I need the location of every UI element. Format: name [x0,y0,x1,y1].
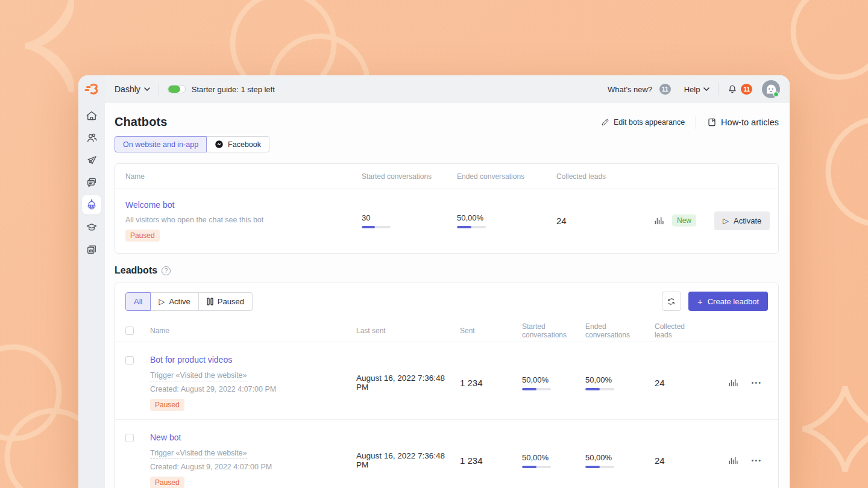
sent-value: 1 234 [454,378,516,388]
divider [718,83,719,95]
howto-articles-label: How-to articles [721,117,779,127]
filter-active-label: Active [169,297,190,306]
edit-bots-appearance-label: Edit bots appearance [614,118,685,127]
tab-facebook-label: Facebook [228,140,261,149]
create-leadbot-button[interactable]: + Create leadbot [688,292,768,311]
col-header-name: Name [125,172,362,181]
row-checkbox[interactable] [125,434,134,442]
filter-paused-label: Paused [218,297,244,306]
bot-name-link[interactable]: Welcome bot [125,200,174,210]
row-checkbox[interactable] [125,356,134,364]
tab-website-inapp[interactable]: On website and in-app [115,136,207,152]
page-title: Chatbots [115,115,167,129]
paper-plane-icon [86,154,98,166]
sent-value: 1 234 [454,455,516,466]
table-row: New bot Trigger «Visited the website» Cr… [115,419,778,488]
top-bar: Dashly Starter guide: 1 step left What's… [105,75,790,103]
sidebar-item-triggered-messages[interactable] [82,151,101,170]
whats-new-badge: 11 [659,84,671,95]
divider [696,116,696,129]
filter-all[interactable]: All [125,292,151,311]
sidebar-item-conversations[interactable] [82,173,101,192]
home-icon [86,110,98,122]
help-label: Help [684,85,700,94]
new-badge: New [672,214,696,227]
col-header-ended: Ended conversations [457,172,556,181]
col-header-ended: Ended conversations [579,322,649,339]
create-leadbot-label: Create leadbot [708,297,759,306]
activate-button[interactable]: ▷ Activate [714,211,770,230]
last-sent-value: August 16, 2022 7:36:48 PM [350,451,454,469]
bot-name-link[interactable]: New bot [150,433,181,442]
bot-description: All visitors who open the chat see this … [125,216,362,224]
leads-value: 24 [649,378,703,388]
sidebar-item-reports[interactable] [82,240,101,259]
status-badge: Paused [150,477,184,488]
started-progress [362,226,391,228]
notifications-badge: 11 [741,84,752,95]
workspace-switcher[interactable]: Dashly [115,84,150,94]
dashly-logo-icon[interactable] [83,81,101,98]
leads-value: 24 [649,455,703,466]
ended-progress [457,226,486,228]
filter-active[interactable]: ▷ Active [151,292,198,311]
whats-new-label: What's new? [608,85,652,94]
chats-icon [86,177,98,189]
howto-articles-button[interactable]: How-to articles [707,117,779,127]
edit-bots-appearance-button[interactable]: Edit bots appearance [601,118,685,127]
col-header-leads: Collected leads [556,172,654,181]
created-date: Created: August 9, 2022 4:07:00 PM [150,463,350,471]
leads-value: 24 [556,216,654,226]
messenger-icon [215,140,224,149]
avatar[interactable] [762,80,780,98]
sidebar-item-contacts[interactable] [82,128,101,148]
sidebar-item-knowledge-base[interactable] [82,217,101,237]
sidebar-item-chatbots[interactable] [82,195,101,214]
ended-value: 50,00% [585,453,649,462]
statistics-icon[interactable] [728,455,739,465]
notifications-button[interactable]: 11 [727,84,752,95]
bot-name-link[interactable]: Bot for product videos [150,355,232,364]
table-row: Bot for product videos Trigger «Visited … [115,342,778,419]
statistics-icon[interactable] [728,378,739,387]
activate-label: Activate [734,216,761,225]
filter-all-label: All [134,297,142,306]
starter-guide-label[interactable]: Starter guide: 1 step left [192,85,275,94]
tab-website-label: On website and in-app [123,140,198,149]
leadbots-title: Leadbots [115,265,157,276]
help-menu[interactable]: Help [684,85,710,94]
col-header-name: Name [150,327,350,335]
graduation-cap-icon [86,221,98,233]
refresh-button[interactable] [662,292,681,311]
status-badge: Paused [125,230,160,242]
trigger-link[interactable]: Trigger «Visited the website» [150,449,247,459]
plus-icon: + [697,296,703,307]
ended-value: 50,00% [585,375,649,384]
filter-paused[interactable]: Paused [199,292,253,311]
status-filter: All ▷ Active Paused [125,292,253,311]
col-header-sent: Sent [454,327,516,335]
bell-icon [727,84,738,95]
book-icon [707,117,717,127]
chevron-down-icon [144,87,150,91]
tab-facebook[interactable]: Facebook [207,136,269,152]
started-value: 50,00% [522,375,579,384]
select-all-checkbox[interactable] [125,327,134,335]
ended-progress [585,388,614,390]
workspace-name: Dashly [115,84,140,94]
pencil-icon [601,118,609,127]
started-value: 30 [362,213,457,222]
whats-new-button[interactable]: What's new? 11 [608,84,671,95]
col-header-leads: Collected leads [649,322,703,339]
starter-guide-progress[interactable] [168,85,186,93]
row-menu-button[interactable]: ••• [751,457,762,464]
help-tooltip-icon[interactable]: ? [162,266,171,275]
sidebar-item-home[interactable] [82,106,101,125]
divider [159,83,159,95]
trigger-link[interactable]: Trigger «Visited the website» [150,371,247,381]
leadbots-table: All ▷ Active Paused [115,283,779,488]
row-menu-button[interactable]: ••• [751,379,762,386]
refresh-icon [667,297,676,306]
statistics-icon[interactable] [654,216,665,225]
ended-progress [585,466,614,468]
